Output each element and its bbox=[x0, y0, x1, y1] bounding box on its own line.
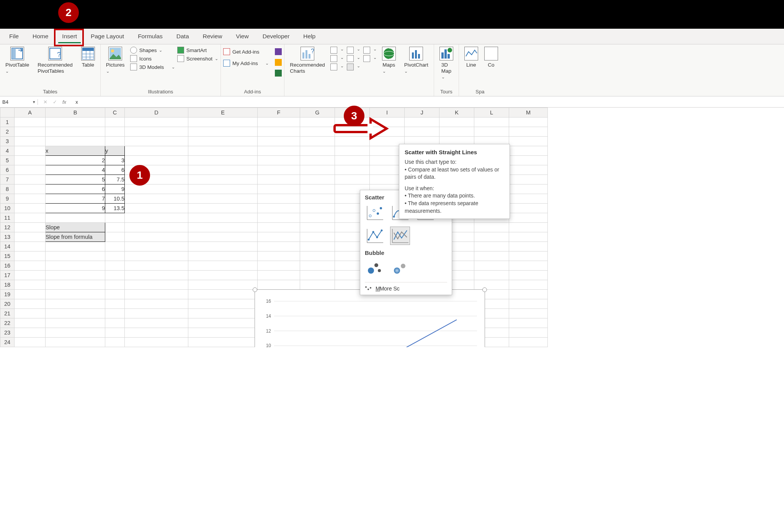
cell[interactable] bbox=[509, 194, 548, 204]
tab-insert[interactable]: Insert bbox=[55, 30, 84, 43]
tab-page-layout[interactable]: Page Layout bbox=[84, 30, 131, 43]
row-header[interactable]: 18 bbox=[0, 280, 15, 290]
cell[interactable] bbox=[125, 338, 188, 347]
winloss-chart-dropdown[interactable] bbox=[363, 47, 370, 54]
cell[interactable] bbox=[125, 194, 188, 204]
cell[interactable]: 6 bbox=[46, 184, 105, 194]
cell[interactable] bbox=[188, 184, 258, 194]
cell[interactable] bbox=[105, 318, 125, 328]
cell[interactable] bbox=[46, 213, 105, 223]
cell[interactable] bbox=[125, 318, 188, 328]
cell[interactable] bbox=[509, 223, 548, 232]
cell[interactable] bbox=[509, 127, 548, 137]
cell[interactable]: Slope bbox=[46, 223, 105, 232]
cell[interactable]: 9 bbox=[46, 204, 105, 213]
bubble-option-2d[interactable] bbox=[365, 259, 385, 277]
cell[interactable] bbox=[335, 165, 370, 175]
cell[interactable] bbox=[105, 242, 125, 251]
tab-developer[interactable]: Developer bbox=[256, 30, 297, 43]
tab-help[interactable]: Help bbox=[296, 30, 322, 43]
cell[interactable] bbox=[125, 137, 188, 146]
cell[interactable] bbox=[125, 223, 188, 232]
cell[interactable] bbox=[509, 184, 548, 194]
row-header[interactable]: 21 bbox=[0, 309, 15, 318]
row-header[interactable]: 17 bbox=[0, 271, 15, 280]
sparkline-column-button[interactable]: Co bbox=[483, 46, 499, 69]
cell[interactable] bbox=[300, 242, 335, 251]
cell[interactable] bbox=[15, 137, 46, 146]
table-button[interactable]: Table bbox=[78, 46, 98, 69]
cell[interactable] bbox=[188, 251, 258, 261]
cell[interactable] bbox=[105, 290, 125, 299]
row-header[interactable]: 24 bbox=[0, 338, 15, 347]
cell[interactable] bbox=[105, 232, 125, 242]
cell[interactable] bbox=[258, 251, 300, 261]
cell[interactable] bbox=[188, 271, 258, 280]
cell[interactable] bbox=[509, 146, 548, 156]
cell[interactable] bbox=[188, 280, 258, 290]
cell[interactable] bbox=[46, 271, 105, 280]
cell[interactable] bbox=[509, 242, 548, 251]
column-chart-dropdown[interactable] bbox=[330, 47, 337, 54]
cell[interactable] bbox=[105, 137, 125, 146]
people-addin-icon[interactable] bbox=[275, 70, 282, 77]
cell[interactable] bbox=[509, 309, 548, 318]
cell[interactable] bbox=[188, 213, 258, 223]
cell[interactable] bbox=[125, 204, 188, 213]
screenshot-button[interactable]: Screenshot ⌄ bbox=[177, 55, 218, 62]
cell[interactable] bbox=[335, 156, 370, 165]
cell[interactable] bbox=[509, 299, 548, 309]
cell[interactable] bbox=[300, 232, 335, 242]
cell[interactable] bbox=[15, 280, 46, 290]
cell[interactable] bbox=[15, 290, 46, 299]
cell[interactable] bbox=[125, 242, 188, 251]
cell[interactable] bbox=[474, 127, 509, 137]
cell[interactable] bbox=[300, 194, 335, 204]
cell[interactable] bbox=[258, 127, 300, 137]
cell[interactable] bbox=[509, 117, 548, 127]
cell[interactable] bbox=[105, 223, 125, 232]
cell[interactable] bbox=[258, 117, 300, 127]
name-box[interactable]: B4 ▾ bbox=[0, 99, 38, 105]
cell[interactable] bbox=[258, 242, 300, 251]
cell[interactable] bbox=[188, 299, 258, 309]
tab-file[interactable]: File bbox=[2, 30, 26, 43]
cell[interactable] bbox=[258, 184, 300, 194]
cell[interactable] bbox=[105, 271, 125, 280]
icons-button[interactable]: Icons bbox=[130, 55, 175, 62]
cell[interactable] bbox=[188, 194, 258, 204]
column-header[interactable]: B bbox=[46, 108, 105, 117]
row-header[interactable]: 10 bbox=[0, 204, 15, 213]
cell[interactable] bbox=[188, 204, 258, 213]
row-header[interactable]: 15 bbox=[0, 251, 15, 261]
row-header[interactable]: 22 bbox=[0, 318, 15, 328]
cell[interactable] bbox=[509, 328, 548, 338]
cell[interactable] bbox=[258, 146, 300, 156]
cell[interactable] bbox=[188, 290, 258, 299]
cell[interactable] bbox=[405, 117, 439, 127]
row-header[interactable]: 13 bbox=[0, 232, 15, 242]
cell[interactable] bbox=[509, 338, 548, 347]
cell[interactable] bbox=[258, 213, 300, 223]
cell[interactable] bbox=[125, 117, 188, 127]
column-header[interactable]: I bbox=[370, 108, 405, 117]
cell[interactable]: y bbox=[105, 146, 125, 156]
cell[interactable] bbox=[335, 146, 370, 156]
cell[interactable] bbox=[258, 261, 300, 271]
sparkline-line-button[interactable]: Line bbox=[461, 46, 481, 69]
cell[interactable] bbox=[105, 213, 125, 223]
cell[interactable] bbox=[300, 175, 335, 184]
shapes-button[interactable]: Shapes ⌄ bbox=[130, 47, 175, 54]
cell[interactable] bbox=[258, 194, 300, 204]
smartart-button[interactable]: SmartArt bbox=[177, 47, 218, 54]
cell[interactable] bbox=[125, 299, 188, 309]
cell[interactable] bbox=[258, 137, 300, 146]
cell[interactable] bbox=[300, 280, 335, 290]
cell[interactable] bbox=[15, 204, 46, 213]
cell[interactable]: x bbox=[46, 146, 105, 156]
more-scatter-charts[interactable]: MMore Sc bbox=[365, 282, 447, 292]
cell[interactable]: Slope from formula bbox=[46, 232, 105, 242]
cell[interactable]: 7.5 bbox=[105, 175, 125, 184]
cell[interactable]: 10.5 bbox=[105, 194, 125, 204]
cell[interactable] bbox=[258, 156, 300, 165]
